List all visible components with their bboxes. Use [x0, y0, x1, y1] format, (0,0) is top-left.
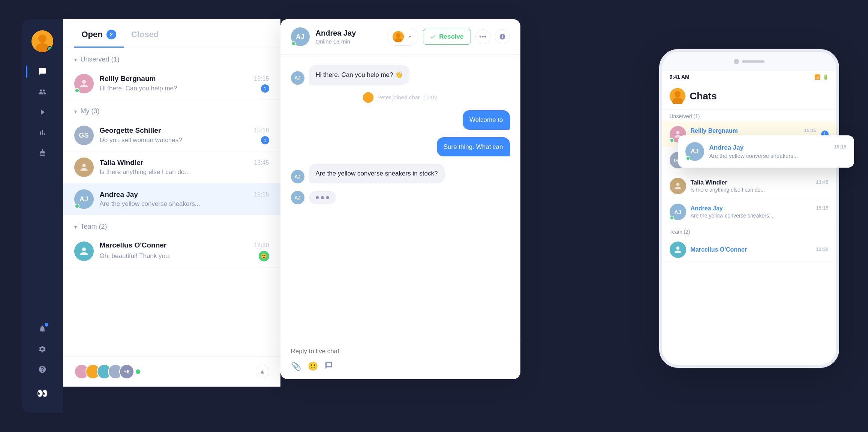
phone-speaker: [742, 60, 765, 63]
emoji-button[interactable]: 🙂: [308, 361, 318, 372]
reply-input[interactable]: [291, 348, 510, 355]
chat-item-georgette[interactable]: GS Georgette Schiller 15:18 Do you sell …: [63, 120, 280, 152]
reply-toolbar: 📎 🙂: [291, 361, 510, 372]
notification-preview: Are the yellow converse sneakers...: [709, 153, 847, 159]
agent-chip-avatar: [393, 31, 404, 42]
typing-dot-2: [321, 196, 324, 199]
phone-chat-preview-andrea: Are the yellow converse sneakers...: [691, 213, 829, 219]
notification-online-dot: [686, 156, 690, 160]
avatar-marcellus: [74, 242, 94, 261]
system-time-peter: 15:02: [423, 94, 438, 100]
chat-header-actions: Resolve •••: [387, 28, 510, 46]
message-bubble-3: Welcome to: [463, 110, 510, 130]
phone-chat-name-reilly: Reilly Bergnaum 15:15: [691, 128, 817, 134]
message-row-1: AJ Hi there. Can you help me? 👋: [291, 65, 510, 85]
chevron-down-icon: ▾: [74, 57, 77, 63]
avatar-initials-andrea: AJ: [79, 195, 88, 203]
phone-chat-info-andrea: Andrea Jay 15:15 Are the yellow converse…: [691, 205, 829, 219]
agent-avatars-group: +6: [74, 364, 140, 379]
sidebar-item-help[interactable]: [34, 361, 51, 378]
message-row-5: AJ Are the yellow converse sneakers in s…: [291, 164, 510, 183]
phone-header-avatar: [670, 88, 685, 104]
sidebar-item-chatwoot[interactable]: 👀: [34, 385, 51, 402]
sidebar-item-bots[interactable]: [34, 144, 51, 161]
notification-name: Andrea Jay 15:15: [709, 144, 847, 152]
user-online-indicator: [47, 46, 52, 51]
chat-preview-talia: Is there anything else I can do...: [100, 168, 190, 176]
typing-dot-3: [326, 196, 329, 199]
section-unserved[interactable]: ▾ Unserved (1): [63, 48, 280, 68]
phone-chat-name-marcellus: Marcellus O'Conner 12:30: [691, 246, 829, 253]
sidebar-item-reports[interactable]: [34, 124, 51, 141]
chat-name-georgette: Georgette Schiller: [100, 126, 161, 135]
resolve-label: Resolve: [439, 33, 463, 40]
typing-indicator: [309, 191, 336, 204]
sidebar-item-contacts[interactable]: [34, 84, 51, 100]
message-bubble-5: Are the yellow converse sneakers in stoc…: [309, 164, 445, 183]
avatar-initials-georgette: GS: [79, 132, 88, 140]
chat-preview-reilly: Hi there. Can you help me?: [100, 85, 177, 92]
phone-chat-preview-talia: Is there anything else I can do...: [691, 187, 829, 193]
chat-info-reilly: Reilly Bergnaum 15:15 Hi there. Can you …: [100, 75, 269, 93]
notification-avatar: AJ: [685, 142, 704, 161]
collapse-button[interactable]: ▲: [256, 365, 269, 378]
msg-avatar-aj: AJ: [291, 71, 304, 85]
msg-avatar-aj-typing: AJ: [291, 191, 304, 204]
agent-chip[interactable]: [387, 28, 418, 46]
tab-closed[interactable]: Closed: [124, 19, 166, 48]
chat-list-panel: Open 2 Closed ▾ Unserved (1) Reilly Berg…: [63, 19, 280, 387]
sidebar-item-notifications[interactable]: [34, 321, 51, 337]
chevron-down-icon-team: ▾: [74, 224, 77, 230]
avatar-reilly: [74, 74, 94, 93]
sidebar-item-chat[interactable]: [34, 63, 51, 80]
phone-status-icons: 📶 🔋: [814, 74, 829, 80]
unread-badge-georgette: 1: [261, 136, 269, 144]
chat-item-marcellus[interactable]: Marcellus O'Conner 12:30 Oh, beautiful! …: [63, 235, 280, 268]
section-my-label: My (3): [81, 107, 100, 115]
sidebar-item-campaigns[interactable]: [34, 104, 51, 120]
phone-avatar-initials-andrea: AJ: [674, 209, 681, 215]
phone-chat-item-marcellus[interactable]: Marcellus O'Conner 12:30: [662, 237, 836, 263]
chat-item-reilly[interactable]: Reilly Bergnaum 15:15 Hi there. Can you …: [63, 68, 280, 100]
notification-info: Andrea Jay 15:15 Are the yellow converse…: [709, 144, 847, 159]
tab-open-label: Open: [82, 30, 103, 39]
phone-chat-header: Chats: [662, 83, 836, 110]
more-options-button[interactable]: •••: [475, 29, 490, 44]
agent-avatar-count: +6: [119, 364, 134, 379]
tab-closed-label: Closed: [131, 30, 159, 39]
info-button[interactable]: [495, 29, 510, 44]
chat-item-talia[interactable]: Talia Windler 13:45 Is there anything el…: [63, 152, 280, 183]
section-my[interactable]: ▾ My (3): [63, 100, 280, 120]
tab-open[interactable]: Open 2: [74, 19, 124, 48]
chat-item-andrea[interactable]: AJ Andrea Jay 15:15 Are the yellow conve…: [63, 183, 280, 215]
user-avatar[interactable]: [31, 30, 53, 52]
section-unserved-label: Unserved (1): [81, 56, 120, 63]
chat-list-footer: +6 ▲: [63, 356, 280, 387]
chat-preview-andrea: Are the yellow converse sneakers...: [100, 200, 200, 208]
chat-name-andrea: Andrea Jay: [100, 190, 138, 199]
phone-section-unserved: Unserved (1): [662, 110, 836, 122]
chat-name-reilly: Reilly Bergnaum: [100, 75, 156, 83]
phone-camera: [734, 59, 739, 64]
template-button[interactable]: [325, 361, 333, 372]
chevron-down-icon: [407, 34, 413, 40]
phone-chat-item-talia[interactable]: Talia Windler 13:45 Is there anything el…: [662, 173, 836, 199]
phone-chat-item-andrea[interactable]: AJ Andrea Jay 15:15 Are the yellow conve…: [662, 199, 836, 225]
sidebar: 👀: [22, 19, 63, 413]
battery-icon: 🔋: [823, 74, 829, 80]
chevron-down-icon-my: ▾: [74, 108, 77, 114]
chat-contact-avatar: AJ: [291, 27, 310, 46]
chat-name-talia: Talia Windler: [100, 159, 144, 167]
phone-avatar-marcellus: [670, 242, 686, 258]
section-team[interactable]: ▾ Team (2): [63, 215, 280, 235]
chat-time-andrea: 15:15: [254, 191, 269, 198]
notification-card[interactable]: AJ Andrea Jay 15:15 Are the yellow conve…: [678, 135, 854, 168]
chat-time-georgette: 15:18: [254, 127, 269, 134]
phone-online-andrea: [670, 216, 674, 220]
attachment-button[interactable]: 📎: [291, 361, 301, 372]
sidebar-item-settings[interactable]: [34, 341, 51, 357]
typing-dot-1: [316, 196, 319, 199]
resolve-button[interactable]: Resolve: [423, 29, 471, 45]
message-row-3: Welcome to: [291, 110, 510, 130]
chat-time-reilly: 15:15: [254, 75, 269, 82]
